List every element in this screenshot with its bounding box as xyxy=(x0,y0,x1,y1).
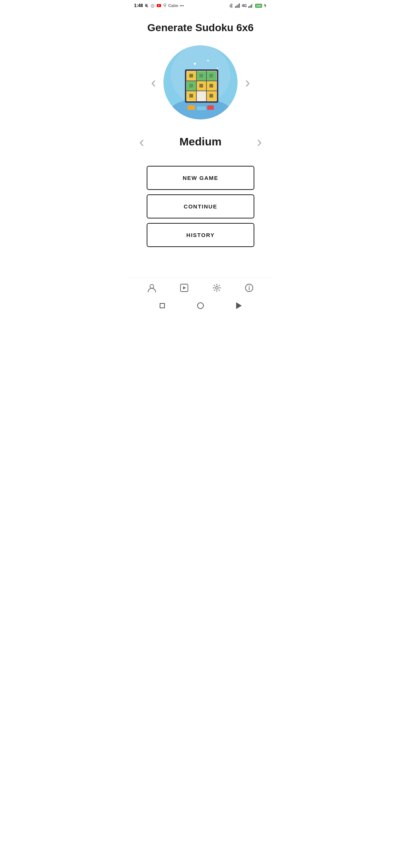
svg-rect-45 xyxy=(189,94,193,98)
prev-game-arrow[interactable]: ‹ xyxy=(147,71,160,93)
continue-button[interactable]: CONTINUE xyxy=(147,194,254,218)
svg-rect-26 xyxy=(197,106,206,110)
history-button[interactable]: HISTORY xyxy=(147,223,254,247)
play-store-icon xyxy=(179,283,189,293)
circle-icon xyxy=(197,302,204,309)
image-section: ‹ ✦ ✦ ✦ xyxy=(136,45,265,119)
svg-rect-39 xyxy=(189,74,193,78)
triangle-icon xyxy=(236,302,242,309)
svg-rect-12 xyxy=(238,4,238,8)
nav-settings[interactable] xyxy=(206,281,227,295)
key-icon xyxy=(163,3,167,8)
nav-play[interactable] xyxy=(174,281,195,295)
svg-point-57 xyxy=(249,286,250,286)
mute-icon xyxy=(144,3,149,8)
svg-rect-25 xyxy=(188,105,195,110)
prev-difficulty-arrow[interactable]: ‹ xyxy=(136,131,148,153)
difficulty-section: ‹ Medium › xyxy=(136,131,265,153)
main-content: Generate Sudoku 6x6 ‹ ✦ ✦ ✦ xyxy=(128,10,273,277)
profile-icon xyxy=(147,283,157,293)
svg-marker-53 xyxy=(183,286,186,289)
svg-point-54 xyxy=(215,287,218,289)
svg-rect-40 xyxy=(199,74,203,78)
square-icon xyxy=(160,303,165,308)
status-time: 1:48 Calm ••• xyxy=(134,3,184,8)
back-button[interactable] xyxy=(234,301,243,310)
svg-rect-16 xyxy=(251,4,252,8)
svg-point-6 xyxy=(164,4,166,6)
svg-marker-18 xyxy=(264,3,266,8)
new-game-button[interactable]: NEW GAME xyxy=(147,166,254,190)
signal-icon xyxy=(235,3,241,8)
buttons-section: NEW GAME CONTINUE HISTORY xyxy=(136,166,265,247)
nav-info[interactable] xyxy=(239,281,260,295)
next-game-arrow[interactable]: › xyxy=(241,71,254,93)
svg-text:✦: ✦ xyxy=(206,59,209,63)
svg-rect-10 xyxy=(235,6,236,8)
home-button[interactable] xyxy=(196,301,205,310)
svg-rect-14 xyxy=(248,6,249,8)
svg-rect-43 xyxy=(199,84,203,88)
svg-rect-27 xyxy=(207,105,214,110)
svg-text:✦: ✦ xyxy=(193,61,197,67)
alarm-icon xyxy=(150,3,155,8)
svg-point-51 xyxy=(150,285,154,288)
svg-rect-17 xyxy=(252,3,253,8)
system-nav xyxy=(128,298,273,313)
battery-display: 100 xyxy=(255,4,262,8)
svg-rect-11 xyxy=(237,6,237,8)
svg-rect-41 xyxy=(209,74,213,78)
game-icon: ✦ ✦ ✦ xyxy=(163,45,238,119)
signal2-icon xyxy=(248,3,254,8)
svg-rect-15 xyxy=(250,6,250,8)
status-bar: 1:48 Calm ••• xyxy=(128,0,273,10)
recent-apps-button[interactable] xyxy=(158,301,167,310)
svg-rect-37 xyxy=(197,91,206,101)
svg-rect-13 xyxy=(239,3,240,8)
next-difficulty-arrow[interactable]: › xyxy=(253,131,265,153)
bluetooth-icon xyxy=(228,3,234,8)
svg-rect-46 xyxy=(209,94,213,98)
nav-profile[interactable] xyxy=(141,281,162,295)
bottom-nav xyxy=(128,277,273,298)
svg-rect-44 xyxy=(209,84,213,88)
svg-rect-42 xyxy=(189,84,193,88)
youtube-icon xyxy=(156,4,162,7)
difficulty-label: Medium xyxy=(148,135,253,148)
status-icons: 4G 100 xyxy=(228,3,267,8)
settings-icon xyxy=(212,283,222,293)
sudoku-image: ✦ ✦ ✦ xyxy=(163,45,238,119)
info-icon xyxy=(244,283,254,293)
page-title: Generate Sudoku 6x6 xyxy=(147,22,254,34)
charging-icon xyxy=(263,3,267,8)
